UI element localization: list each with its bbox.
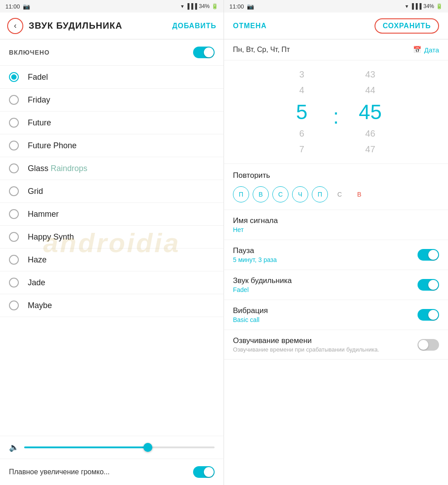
list-item[interactable]: Friday: [0, 89, 224, 112]
radio-happy-synth[interactable]: [9, 232, 19, 242]
hour-column[interactable]: 3 4 5 6 7: [275, 67, 329, 157]
sound-name-hammer: Hammer: [28, 210, 59, 219]
day-в2[interactable]: В: [351, 186, 367, 202]
volume-icon: 🔈: [9, 442, 19, 452]
list-item[interactable]: Hammer: [0, 203, 224, 226]
list-item[interactable]: Future Phone: [0, 134, 224, 157]
add-button[interactable]: ДОБАВИТЬ: [172, 22, 216, 30]
left-camera-icon: 📷: [23, 3, 30, 10]
smooth-label: Плавное увеличение громко...: [9, 468, 110, 476]
day-с1[interactable]: С: [272, 186, 289, 202]
voice-time-flex: Озвучивание времени Озвучивание времени …: [233, 336, 439, 353]
voice-time-row: Озвучивание времени Озвучивание времени …: [224, 330, 448, 360]
days-row: Пн, Вт, Ср, Чт, Пт 📅 Дата: [224, 39, 448, 60]
right-wifi-icon: ▾: [405, 3, 408, 9]
pause-title: Пауза: [233, 246, 277, 255]
day-п2[interactable]: П: [312, 186, 328, 202]
volume-slider[interactable]: [24, 446, 215, 448]
sound-name-haze: Haze: [28, 255, 47, 265]
day-п1[interactable]: П: [233, 186, 249, 202]
volume-row: 🔈: [0, 436, 224, 459]
pause-row: Пауза 5 минут, 3 раза: [224, 240, 448, 270]
sound-name-friday: Friday: [28, 95, 50, 105]
list-item[interactable]: Haze: [0, 249, 224, 271]
time-picker[interactable]: 3 4 5 6 7 : 43 44 45 46 47: [224, 60, 448, 164]
left-battery-icon: 🔋: [211, 3, 218, 9]
alarm-sound-row: Звук будильника Fadel: [224, 270, 448, 300]
radio-future-phone[interactable]: [9, 141, 19, 150]
day-с2[interactable]: С: [332, 186, 348, 202]
vibration-row: Вибрация Basic call: [224, 300, 448, 330]
sound-name-jade: Jade: [28, 278, 45, 288]
list-item[interactable]: Happy Synth: [0, 226, 224, 249]
volume-thumb[interactable]: [143, 443, 152, 452]
min-current: 45: [343, 98, 397, 126]
date-label: Дата: [424, 46, 439, 54]
alarm-sound-info: Звук будильника Fadel: [233, 276, 292, 293]
left-panel: androidia 11:00 📷 ▾ ▐▐▐ 34% 🔋 ‹ ЗВУК БУД…: [0, 0, 224, 485]
signal-name-value: Нет: [233, 226, 439, 233]
left-wifi-icon: ▾: [181, 3, 184, 9]
date-button[interactable]: 📅 Дата: [413, 46, 439, 54]
smooth-toggle[interactable]: [193, 466, 215, 478]
time-picker-grid: 3 4 5 6 7 : 43 44 45 46 47: [224, 65, 448, 159]
cancel-button[interactable]: ОТМЕНА: [233, 22, 267, 30]
right-panel: 11:00 📷 ▾ ▐▐▐ 34% 🔋 ОТМЕНА СОХРАНИТЬ Пн,…: [224, 0, 448, 485]
enabled-row: ВКЛЮЧЕНО: [0, 39, 224, 66]
highlight-raindrops: Raindrops: [51, 164, 87, 173]
radio-hammer[interactable]: [9, 209, 19, 219]
alarm-sound-flex: Звук будильника Fadel: [233, 276, 439, 293]
repeat-section: Повторить П В С Ч П С В: [224, 164, 448, 210]
day-circles: П В С Ч П С В: [233, 186, 439, 202]
list-item[interactable]: Jade: [0, 271, 224, 294]
list-item[interactable]: Future: [0, 112, 224, 134]
pause-info: Пауза 5 минут, 3 раза: [233, 246, 277, 263]
list-item[interactable]: Grid: [0, 180, 224, 203]
day-в[interactable]: В: [253, 186, 269, 202]
radio-haze[interactable]: [9, 255, 19, 265]
list-item[interactable]: Maybe: [0, 294, 224, 317]
right-camera-icon: 📷: [247, 3, 254, 10]
hour-prev2: 3: [275, 67, 329, 82]
list-item[interactable]: Fadel: [0, 66, 224, 89]
page-title: ЗВУК БУДИЛЬНИКА: [29, 21, 167, 31]
radio-jade[interactable]: [9, 278, 19, 288]
sound-name-fadel: Fadel: [28, 73, 48, 82]
sound-name-future: Future: [28, 118, 51, 128]
radio-glass-raindrops[interactable]: [9, 163, 19, 173]
radio-grid[interactable]: [9, 186, 19, 196]
volume-fill: [24, 446, 148, 448]
pause-sub: 5 минут, 3 раза: [233, 256, 277, 263]
hour-prev: 4: [275, 82, 329, 98]
sound-name-maybe: Maybe: [28, 301, 52, 310]
pause-toggle[interactable]: [418, 249, 439, 261]
vibration-toggle[interactable]: [418, 309, 439, 321]
day-ч[interactable]: Ч: [292, 186, 308, 202]
alarm-sound-toggle[interactable]: [418, 279, 439, 291]
right-status-bar: 11:00 📷 ▾ ▐▐▐ 34% 🔋: [224, 0, 448, 13]
right-battery: 34%: [423, 3, 434, 9]
enabled-toggle[interactable]: [193, 47, 215, 58]
minute-column[interactable]: 43 44 45 46 47: [343, 67, 397, 157]
pause-row-flex: Пауза 5 минут, 3 раза: [233, 246, 439, 263]
save-button[interactable]: СОХРАНИТЬ: [375, 18, 439, 34]
back-icon: ‹: [14, 21, 17, 30]
vibration-sub: Basic call: [233, 316, 268, 323]
left-time: 11:00: [5, 3, 20, 10]
voice-time-toggle[interactable]: [418, 339, 439, 351]
min-prev2: 43: [343, 67, 397, 82]
smooth-row: Плавное увеличение громко...: [0, 459, 224, 485]
radio-fadel[interactable]: [9, 72, 19, 82]
vibration-info: Вибрация Basic call: [233, 306, 268, 323]
sound-name-happy-synth: Happy Synth: [28, 232, 74, 242]
back-button[interactable]: ‹: [7, 18, 23, 34]
radio-friday[interactable]: [9, 95, 19, 105]
sound-name-grid: Grid: [28, 187, 43, 196]
right-signal-icon: ▐▐▐: [410, 3, 422, 9]
list-item[interactable]: Glass Raindrops: [0, 157, 224, 180]
alarm-sound-sub: Fadel: [233, 286, 292, 293]
radio-future[interactable]: [9, 118, 19, 128]
right-top-bar: ОТМЕНА СОХРАНИТЬ: [224, 13, 448, 39]
radio-maybe[interactable]: [9, 300, 19, 310]
min-next2: 47: [343, 142, 397, 157]
